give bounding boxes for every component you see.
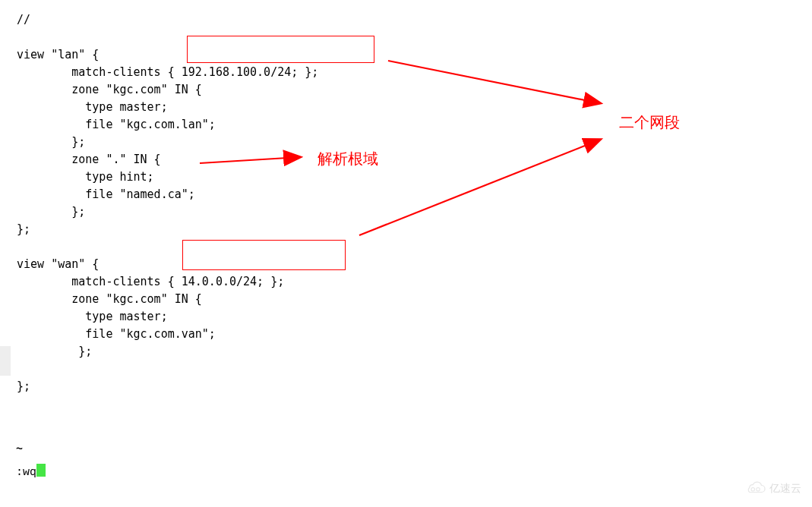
code-editor: // view "lan" { match-clients { 192.168.… [17, 11, 799, 395]
annotation-parse-root: 解析根域 [318, 149, 378, 169]
vim-command-line[interactable]: :wq [16, 464, 46, 479]
code-line: view "lan" { [17, 48, 99, 61]
code-line: }; [17, 222, 30, 236]
code-line: }; [17, 135, 85, 149]
code-line: file "kgc.com.lan"; [17, 118, 216, 131]
code-line: }; [17, 205, 85, 219]
code-line: zone "kgc.com" IN { [17, 83, 202, 96]
code-line: match-clients { 192.168.100.0/24; }; [17, 65, 318, 79]
highlight-box-wan-subnet [182, 240, 346, 270]
annotation-two-subnets: 二个网段 [619, 112, 680, 133]
code-line: }; [17, 379, 30, 393]
code-line: match-clients { 14.0.0.0/24; }; [17, 275, 284, 288]
code-line: type master; [17, 100, 168, 114]
code-line: zone "." IN { [17, 153, 161, 166]
svg-point-3 [751, 488, 755, 492]
code-line: // [17, 13, 30, 27]
code-line: view "wan" { [17, 257, 99, 271]
code-line: file "named.ca"; [17, 187, 195, 201]
code-line: zone "kgc.com" IN { [17, 292, 202, 306]
cloud-icon [744, 481, 767, 496]
code-line: type hint; [17, 170, 154, 184]
watermark: 亿速云 [744, 481, 801, 496]
gutter-highlight [0, 346, 11, 376]
cursor-block [36, 464, 46, 477]
code-line: file "kgc.com.van"; [17, 327, 216, 341]
highlight-box-lan-subnet [187, 36, 374, 63]
code-line: }; [17, 345, 92, 358]
watermark-text: 亿速云 [769, 482, 801, 496]
vim-command-text: :wq [16, 466, 36, 479]
svg-point-4 [757, 488, 760, 492]
code-line: type master; [17, 310, 168, 323]
vim-tilde: ~ [16, 443, 23, 456]
